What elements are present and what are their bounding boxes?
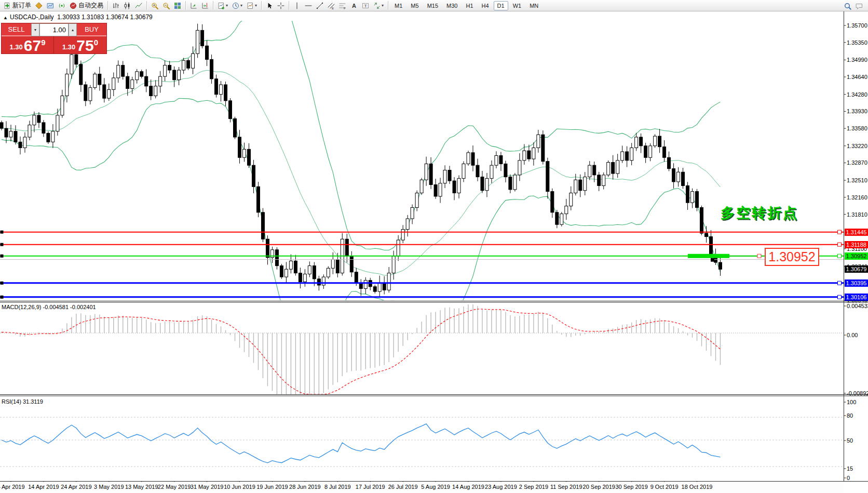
styler-button[interactable] <box>34 0 44 11</box>
indicators-button[interactable]: ▾ <box>216 0 229 11</box>
line-anchor[interactable] <box>838 281 842 285</box>
macd-tick: -0.008928 <box>847 390 868 396</box>
timeframe-h1-button[interactable]: H1 <box>462 1 477 10</box>
templates-icon <box>247 2 254 9</box>
volume-input[interactable]: 1.00 <box>39 23 69 36</box>
sell-button[interactable]: SELL <box>2 23 31 36</box>
buy-price[interactable]: 1.30 75 0 <box>54 36 106 54</box>
indicators-icon <box>218 2 225 9</box>
line-anchor[interactable] <box>838 295 842 299</box>
autotrading-icon <box>70 2 77 9</box>
price-axis-flag: 1.30106 <box>845 294 868 301</box>
timeframe-d1-button[interactable]: D1 <box>494 1 508 10</box>
equidistant-channel-icon: E <box>328 2 335 9</box>
search-button[interactable] <box>843 1 853 12</box>
timeframe-m30-button[interactable]: M30 <box>443 1 461 10</box>
trend-segment-object[interactable] <box>688 254 729 258</box>
cursor-icon <box>266 2 273 9</box>
sell-price-prefix: 1.30 <box>9 43 22 51</box>
price-tick: 1.34640 <box>847 74 868 80</box>
dropdown-caret-icon[interactable]: ▾ <box>255 3 257 8</box>
line-anchor[interactable] <box>1 296 4 299</box>
line-anchor[interactable] <box>1 282 4 285</box>
chart-background <box>0 11 868 493</box>
segment-anchor[interactable] <box>711 258 714 262</box>
price-tick: 1.34280 <box>847 91 868 98</box>
line-anchor[interactable] <box>1 231 4 234</box>
timeframe-m5-button[interactable]: M5 <box>407 1 422 10</box>
trendline-button[interactable] <box>315 0 325 11</box>
line-anchor[interactable] <box>838 243 842 246</box>
timeframe-m15-button[interactable]: M15 <box>424 1 442 10</box>
text-icon: A <box>350 2 358 9</box>
toolbar-separator <box>388 1 388 10</box>
templates-button[interactable]: ▾ <box>245 0 259 11</box>
vertical-line-button[interactable] <box>292 0 302 11</box>
chart-line-button[interactable] <box>133 0 144 11</box>
fibonacci-button[interactable]: F <box>337 0 348 11</box>
autotrading-button[interactable]: 自动交易 <box>68 0 105 11</box>
rsi-tick: 80 <box>847 412 868 419</box>
date-label: 13 May 2019 <box>125 484 158 490</box>
zoom-out-button[interactable] <box>161 0 171 11</box>
price-callout-label[interactable]: 1.30952 <box>765 248 819 266</box>
crosshair-button[interactable] <box>276 0 286 11</box>
dropdown-caret-icon[interactable]: ▾ <box>226 3 228 8</box>
chart-line-icon <box>135 2 142 9</box>
market-watch-button[interactable] <box>45 0 56 11</box>
sell-price[interactable]: 1.30 67 9 <box>2 36 54 54</box>
volume-decrease-button[interactable]: ▾ <box>31 23 39 36</box>
chart-candles-button[interactable] <box>122 0 132 11</box>
price-axis-flag: 1.31445 <box>845 229 868 236</box>
text-button[interactable]: A <box>349 0 359 11</box>
timeframe-w1-button[interactable]: W1 <box>509 1 525 10</box>
volume-increase-button[interactable]: ▴ <box>69 23 77 36</box>
price-tick: 1.31810 <box>847 211 868 218</box>
line-anchor[interactable] <box>838 254 842 258</box>
timeframe-m1-button[interactable]: M1 <box>391 1 406 10</box>
chat-icon <box>856 3 863 10</box>
chat-button[interactable] <box>854 1 864 12</box>
chart-bars-button[interactable] <box>111 0 121 11</box>
horizontal-line-button[interactable] <box>303 0 314 11</box>
date-axis: 4 Apr 201914 Apr 201924 Apr 20193 May 20… <box>0 482 844 493</box>
signals-button[interactable] <box>57 0 67 11</box>
cursor-button[interactable] <box>264 0 275 11</box>
zoom-in-icon <box>151 2 158 9</box>
chart-annotation-text[interactable]: 多空转折点 <box>721 204 798 222</box>
chart-header: ▲USDCAD-,Daily 1.30933 1.31083 1.30674 1… <box>3 14 153 21</box>
signals-icon <box>58 2 65 9</box>
text-label-icon: T <box>362 2 369 9</box>
auto-scroll-button[interactable] <box>188 0 199 11</box>
timeframe-h4-button[interactable]: H4 <box>478 1 493 10</box>
periods-button[interactable]: ▾ <box>230 0 244 11</box>
date-label: 11 Sep 2019 <box>550 484 582 490</box>
timeframe-mn-button[interactable]: MN <box>526 1 542 10</box>
equidistant-channel-button[interactable]: E <box>326 0 336 11</box>
line-anchor[interactable] <box>1 255 4 258</box>
buy-button[interactable]: BUY <box>77 23 106 36</box>
arrows-button[interactable]: ▾ <box>372 0 385 11</box>
svg-text:E: E <box>332 6 334 9</box>
zoom-in-button[interactable] <box>150 0 160 11</box>
collapse-triangle-icon[interactable]: ▲ <box>3 15 8 20</box>
macd-indicator-label: MACD(12,26,9) -0.004581 -0.002401 <box>2 304 96 310</box>
price-tick: 1.35350 <box>847 39 868 46</box>
dropdown-caret-icon[interactable]: ▾ <box>382 3 384 8</box>
chart-shift-button[interactable] <box>200 0 210 11</box>
connector-anchor[interactable] <box>757 254 761 258</box>
sell-price-sup: 9 <box>41 38 45 47</box>
chart-canvas[interactable] <box>0 0 868 493</box>
one-click-top-row: SELL ▾ 1.00 ▴ BUY <box>2 23 106 36</box>
new-order-button[interactable]: 新订单 <box>2 0 33 11</box>
dropdown-caret-icon[interactable]: ▾ <box>240 3 242 8</box>
one-click-prices: 1.30 67 9 1.30 75 0 <box>2 36 106 54</box>
buy-price-big: 75 <box>76 39 93 52</box>
toolbar-separator <box>261 1 262 10</box>
market-watch-icon <box>47 2 54 9</box>
line-anchor[interactable] <box>838 230 842 234</box>
sell-price-big: 67 <box>24 39 41 52</box>
tile-windows-button[interactable] <box>172 0 183 11</box>
text-label-button[interactable]: T <box>360 0 371 11</box>
line-anchor[interactable] <box>1 243 4 246</box>
